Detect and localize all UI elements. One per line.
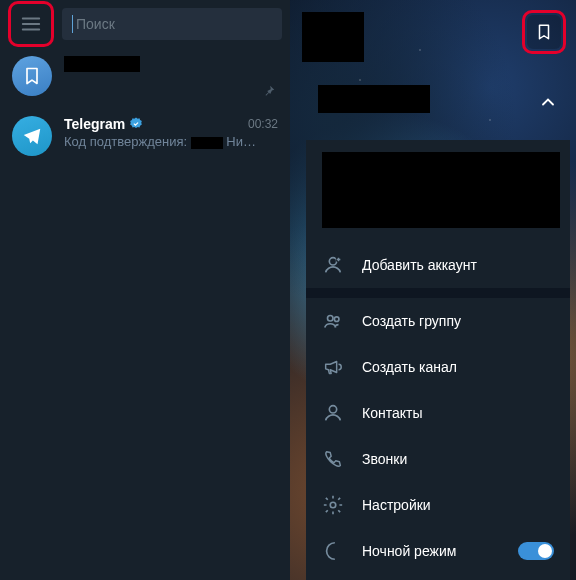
telegram-icon xyxy=(21,125,43,147)
account-switcher-toggle[interactable] xyxy=(538,92,558,112)
saved-messages-button[interactable] xyxy=(527,15,561,49)
chat-list-pane: Telegram 00:32 Код подтверждения: Ни… xyxy=(0,0,290,580)
current-account[interactable] xyxy=(322,152,560,228)
topbar xyxy=(0,0,290,48)
chat-preview: Код подтверждения: Ни… xyxy=(64,134,278,149)
gear-icon xyxy=(322,494,344,516)
profile-header xyxy=(290,0,576,130)
chat-item[interactable]: Telegram 00:32 Код подтверждения: Ни… xyxy=(0,108,290,168)
menu-drawer-pane: Добавить аккаунт Создать группу Создать … xyxy=(290,0,576,580)
pin-icon xyxy=(262,84,276,98)
calls-button[interactable]: Звонки xyxy=(306,436,570,482)
text-cursor xyxy=(72,15,73,33)
bookmark-icon xyxy=(535,23,553,41)
avatar xyxy=(12,56,52,96)
search-box[interactable] xyxy=(62,8,282,40)
menu-label: Контакты xyxy=(362,405,422,421)
svg-point-3 xyxy=(334,317,339,322)
menu-label: Настройки xyxy=(362,497,431,513)
hamburger-icon xyxy=(20,13,42,35)
profile-name xyxy=(318,85,430,113)
new-channel-button[interactable]: Создать канал xyxy=(306,344,570,390)
menu-panel: Добавить аккаунт Создать группу Создать … xyxy=(306,140,570,580)
svg-point-4 xyxy=(329,406,336,413)
svg-point-2 xyxy=(328,316,334,322)
megaphone-icon xyxy=(322,356,344,378)
highlight-menu xyxy=(8,1,54,47)
chat-name: Telegram xyxy=(64,116,143,132)
chevron-up-icon xyxy=(538,92,558,112)
moon-icon xyxy=(322,540,344,562)
menu-label: Создать группу xyxy=(362,313,461,329)
search-input[interactable] xyxy=(76,16,272,32)
menu-label: Ночной режим xyxy=(362,543,456,559)
app-name-footer: Telegram Desktop xyxy=(306,574,570,580)
verified-icon xyxy=(129,117,143,131)
chat-time: 00:32 xyxy=(248,117,278,131)
person-icon xyxy=(322,402,344,424)
chat-item[interactable] xyxy=(0,48,290,108)
add-person-icon xyxy=(322,254,344,276)
chat-name xyxy=(64,56,140,72)
toggle-switch[interactable] xyxy=(518,542,554,560)
divider xyxy=(306,288,570,298)
new-group-button[interactable]: Создать группу xyxy=(306,298,570,344)
menu-label: Создать канал xyxy=(362,359,457,375)
chat-list: Telegram 00:32 Код подтверждения: Ни… xyxy=(0,48,290,168)
contacts-button[interactable]: Контакты xyxy=(306,390,570,436)
svg-point-0 xyxy=(329,258,336,265)
account-block xyxy=(306,140,570,242)
menu-label: Звонки xyxy=(362,451,407,467)
main-menu-button[interactable] xyxy=(13,6,49,42)
group-icon xyxy=(322,310,344,332)
menu-label: Добавить аккаунт xyxy=(362,257,477,273)
bookmark-icon xyxy=(22,66,42,86)
settings-button[interactable]: Настройки xyxy=(306,482,570,528)
avatar xyxy=(12,116,52,156)
night-mode-toggle[interactable]: Ночной режим xyxy=(306,528,570,574)
add-account-button[interactable]: Добавить аккаунт xyxy=(306,242,570,288)
phone-icon xyxy=(322,448,344,470)
profile-avatar[interactable] xyxy=(302,12,364,62)
svg-point-5 xyxy=(330,502,336,508)
highlight-saved xyxy=(522,10,566,54)
